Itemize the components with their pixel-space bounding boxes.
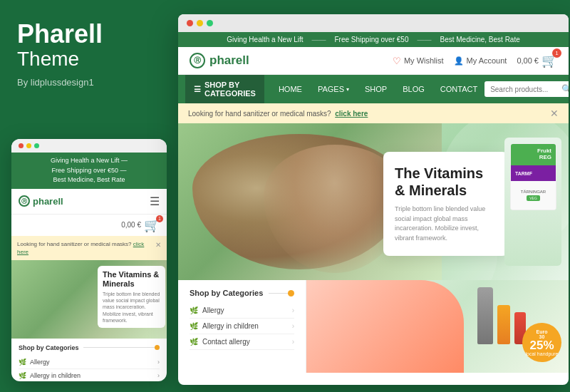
cat-panel-item-2[interactable]: 🌿 Allergy in children › bbox=[190, 319, 294, 334]
logo-circle-icon: Ⓡ bbox=[190, 53, 205, 68]
product-box-bottom: TÄRNINGAR VEG bbox=[511, 181, 556, 210]
cat-arrow-1: › bbox=[157, 359, 160, 366]
cat-arrow-btn-3: › bbox=[292, 338, 294, 346]
mobile-cat-item-2[interactable]: 🌿 Allergy in children › bbox=[19, 369, 160, 381]
chevron-pages-icon: ▾ bbox=[346, 86, 349, 93]
account-item[interactable]: 👤 My Account bbox=[454, 56, 507, 66]
product-badge: VEG bbox=[527, 195, 540, 201]
browser-titlebar bbox=[178, 14, 569, 32]
product-sub-label: TÄRNINGAR bbox=[521, 190, 546, 194]
bottom-people-image bbox=[306, 280, 464, 373]
dot-green bbox=[34, 143, 39, 148]
product-box-preview: Frukt REG TARMF TÄRNINGAR VEG bbox=[504, 138, 561, 266]
nav-pages[interactable]: PAGES ▾ bbox=[311, 79, 356, 99]
bottom-products bbox=[477, 287, 526, 344]
browser-window: Giving Health a New Lift —— Free Shippin… bbox=[178, 14, 569, 385]
nav-blog[interactable]: BLOG bbox=[395, 79, 432, 99]
browser-dot-yellow bbox=[197, 20, 203, 26]
mobile-cart-badge: 1 bbox=[156, 215, 163, 222]
cat-panel-title: Shop by Categories bbox=[190, 289, 263, 297]
ticker-sep-1: —— bbox=[312, 36, 326, 43]
product-label: TARMF bbox=[515, 171, 532, 176]
cat-dot-orange bbox=[288, 290, 294, 296]
search-box: 🔍 bbox=[484, 81, 569, 97]
dot-red bbox=[19, 143, 24, 148]
nav-shop[interactable]: SHOP bbox=[358, 79, 394, 99]
hero-description: Triple bottom line blended value social … bbox=[395, 205, 497, 243]
product-box-top: Frukt REG bbox=[511, 144, 556, 165]
brand-theme: Theme bbox=[17, 47, 154, 71]
mobile-ticker: Giving Health a New Lift — Free Shipping… bbox=[11, 153, 167, 189]
alert-close-btn[interactable]: ✕ bbox=[550, 108, 559, 119]
mobile-hero-title: The Vitamins & Minerals bbox=[103, 270, 160, 289]
mobile-alert-close[interactable]: ✕ bbox=[155, 240, 161, 250]
cat-icon-2: 🌿 bbox=[190, 322, 198, 330]
mobile-categories: Shop by Categories 🌿 Allergy › 🌿 Allergy… bbox=[11, 339, 167, 381]
mobile-cat-header: Shop by Categories bbox=[19, 344, 160, 351]
search-input[interactable] bbox=[490, 86, 561, 93]
cat-arrow-btn-1: › bbox=[292, 306, 294, 314]
product-name: Frukt REG bbox=[537, 148, 551, 161]
brand-name: Pharell bbox=[17, 21, 154, 47]
alert-link[interactable]: click here bbox=[335, 110, 368, 118]
browser-dot-green bbox=[207, 20, 213, 26]
mobile-hero: The Vitamins & Minerals Triple bottom li… bbox=[11, 260, 167, 339]
site-header: Ⓡ pharell ♡ My Wishlist 👤 My Account 0,0… bbox=[178, 47, 569, 75]
hero-text-card: The Vitamins & Minerals Triple bottom li… bbox=[383, 152, 508, 256]
mobile-titlebar bbox=[11, 139, 167, 153]
hamburger-icon: ☰ bbox=[194, 85, 201, 94]
hero-section: The Vitamins & Minerals Triple bottom li… bbox=[178, 123, 569, 280]
site-logo: Ⓡ pharell bbox=[190, 53, 249, 68]
sale-suffix: local handpure bbox=[526, 351, 559, 356]
product-box-middle: TARMF bbox=[511, 165, 556, 181]
categories-panel: Shop by Categories 🌿 Allergy › 🌿 Allergy… bbox=[178, 280, 306, 373]
wishlist-icon: ♡ bbox=[393, 56, 401, 66]
ticker-sep-2: —— bbox=[417, 36, 431, 43]
mobile-cat-dot bbox=[155, 345, 160, 350]
mobile-logo-icon: Ⓡ bbox=[19, 195, 30, 207]
nav-items: HOME PAGES ▾ SHOP BLOG CONTACT bbox=[264, 79, 484, 99]
mobile-cart-icon[interactable]: 🛒 1 bbox=[144, 217, 160, 233]
sale-prefix: Euro bbox=[537, 329, 548, 334]
mobile-cart-area: 0,00 € 🛒 1 bbox=[11, 215, 167, 236]
account-icon: 👤 bbox=[454, 56, 464, 66]
mobile-hamburger[interactable]: ☰ bbox=[150, 195, 160, 208]
alert-banner: Looking for hand sanitizer or medical ma… bbox=[178, 103, 569, 123]
mobile-preview-card: Giving Health a New Lift — Free Shipping… bbox=[11, 139, 167, 381]
cat-icon-3: 🌿 bbox=[190, 338, 198, 346]
mobile-header: Ⓡ pharell ☰ bbox=[11, 189, 167, 215]
nav-bar: ☰ SHOP BY CATEGORIES HOME PAGES ▾ SHOP B… bbox=[178, 75, 569, 103]
search-icon[interactable]: 🔍 bbox=[561, 84, 569, 94]
category-icon-1: 🌿 bbox=[19, 359, 26, 366]
mobile-logo: Ⓡ pharell bbox=[19, 195, 63, 207]
cat-panel-item-3[interactable]: 🌿 Contact allergy › bbox=[190, 334, 294, 350]
brand-by: By lidplussdesign1 bbox=[17, 77, 154, 88]
header-right: ♡ My Wishlist 👤 My Account 0,00 € 🛒 1 bbox=[393, 53, 557, 68]
mobile-cat-line bbox=[83, 347, 160, 348]
left-panel: Pharell Theme By lidplussdesign1 Giving … bbox=[0, 0, 171, 392]
cat-line bbox=[269, 293, 294, 294]
nav-contact[interactable]: CONTACT bbox=[433, 79, 484, 99]
cart-badge: 1 bbox=[552, 48, 561, 58]
cart-item[interactable]: 0,00 € 🛒 1 bbox=[517, 53, 557, 68]
bottom-section: Shop by Categories 🌿 Allergy › 🌿 Allergy… bbox=[178, 280, 569, 373]
cart-wrapper: 🛒 1 bbox=[542, 53, 557, 68]
wishlist-item[interactable]: ♡ My Wishlist bbox=[393, 56, 444, 66]
dot-yellow bbox=[26, 143, 31, 148]
mobile-hero-text-box: The Vitamins & Minerals Triple bottom li… bbox=[98, 266, 165, 328]
category-icon-2: 🌿 bbox=[19, 372, 26, 379]
ticker-bar: Giving Health a New Lift —— Free Shippin… bbox=[178, 32, 569, 47]
nav-home[interactable]: HOME bbox=[271, 79, 309, 99]
product-box: Frukt REG TARMF TÄRNINGAR VEG bbox=[510, 143, 556, 210]
bottom-right-panel: Euro 30 25% local handpure bbox=[306, 280, 569, 373]
cat-arrow-2: › bbox=[157, 372, 160, 379]
mobile-cat-item-1[interactable]: 🌿 Allergy › bbox=[19, 356, 160, 369]
cat-panel-item-1[interactable]: 🌿 Allergy › bbox=[190, 303, 294, 319]
bottle-tall bbox=[477, 287, 493, 344]
hero-title: The Vitamins & Minerals bbox=[395, 165, 497, 199]
cat-panel-header: Shop by Categories bbox=[190, 289, 294, 297]
nav-categories-btn[interactable]: ☰ SHOP BY CATEGORIES bbox=[185, 75, 264, 103]
mobile-alert-banner: Looking for hand sanitizer or medical ma… bbox=[11, 236, 167, 260]
mobile-hero-desc: Triple bottom line blended value social … bbox=[103, 291, 160, 323]
cat-icon-1: 🌿 bbox=[190, 306, 198, 314]
